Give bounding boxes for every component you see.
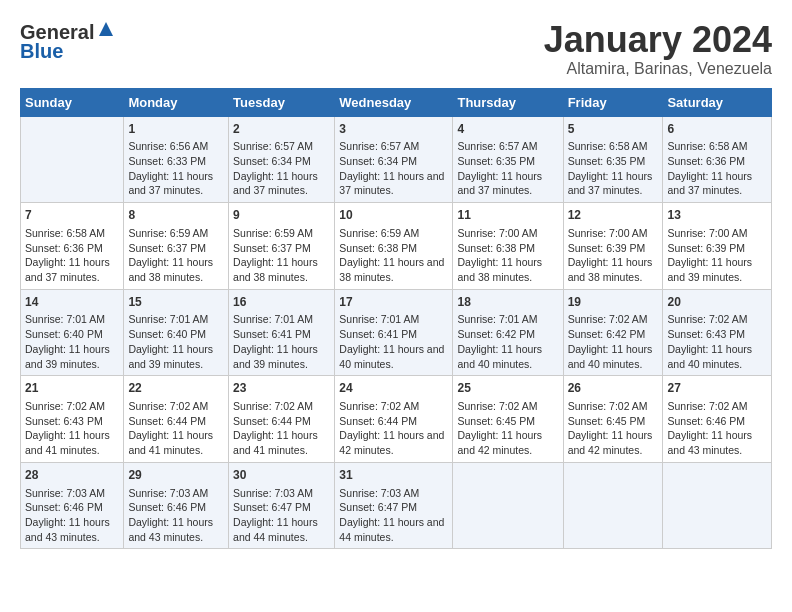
page: General Blue January 2024 Altamira, Bari… <box>0 0 792 612</box>
calendar-subtitle: Altamira, Barinas, Venezuela <box>544 60 772 78</box>
calendar-header-row: SundayMondayTuesdayWednesdayThursdayFrid… <box>21 88 772 116</box>
day-number: 27 <box>667 380 767 397</box>
day-number: 17 <box>339 294 448 311</box>
calendar-cell: 30Sunrise: 7:03 AMSunset: 6:47 PMDayligh… <box>229 462 335 549</box>
calendar-cell: 18Sunrise: 7:01 AMSunset: 6:42 PMDayligh… <box>453 289 563 376</box>
day-number: 8 <box>128 207 224 224</box>
day-number: 13 <box>667 207 767 224</box>
cell-content: Sunrise: 7:03 AMSunset: 6:46 PMDaylight:… <box>128 486 224 545</box>
cell-content: Sunrise: 7:03 AMSunset: 6:47 PMDaylight:… <box>339 486 448 545</box>
calendar-cell: 17Sunrise: 7:01 AMSunset: 6:41 PMDayligh… <box>335 289 453 376</box>
day-number: 20 <box>667 294 767 311</box>
calendar-cell: 5Sunrise: 6:58 AMSunset: 6:35 PMDaylight… <box>563 116 663 203</box>
cell-content: Sunrise: 7:00 AMSunset: 6:39 PMDaylight:… <box>568 226 659 285</box>
calendar-cell: 4Sunrise: 6:57 AMSunset: 6:35 PMDaylight… <box>453 116 563 203</box>
cell-content: Sunrise: 6:56 AMSunset: 6:33 PMDaylight:… <box>128 139 224 198</box>
calendar-cell: 21Sunrise: 7:02 AMSunset: 6:43 PMDayligh… <box>21 376 124 463</box>
cell-content: Sunrise: 7:01 AMSunset: 6:40 PMDaylight:… <box>128 312 224 371</box>
day-number: 21 <box>25 380 119 397</box>
day-number: 5 <box>568 121 659 138</box>
day-number: 16 <box>233 294 330 311</box>
cell-content: Sunrise: 7:02 AMSunset: 6:43 PMDaylight:… <box>667 312 767 371</box>
day-number: 26 <box>568 380 659 397</box>
calendar-cell: 12Sunrise: 7:00 AMSunset: 6:39 PMDayligh… <box>563 203 663 290</box>
day-number: 11 <box>457 207 558 224</box>
cell-content: Sunrise: 7:02 AMSunset: 6:42 PMDaylight:… <box>568 312 659 371</box>
calendar-cell: 1Sunrise: 6:56 AMSunset: 6:33 PMDaylight… <box>124 116 229 203</box>
title-block: January 2024 Altamira, Barinas, Venezuel… <box>544 20 772 78</box>
cell-content: Sunrise: 7:02 AMSunset: 6:44 PMDaylight:… <box>128 399 224 458</box>
header-wednesday: Wednesday <box>335 88 453 116</box>
day-number: 3 <box>339 121 448 138</box>
cell-content: Sunrise: 7:00 AMSunset: 6:38 PMDaylight:… <box>457 226 558 285</box>
day-number: 4 <box>457 121 558 138</box>
header-monday: Monday <box>124 88 229 116</box>
calendar-cell: 6Sunrise: 6:58 AMSunset: 6:36 PMDaylight… <box>663 116 772 203</box>
calendar-cell <box>563 462 663 549</box>
header-friday: Friday <box>563 88 663 116</box>
day-number: 12 <box>568 207 659 224</box>
calendar-cell: 15Sunrise: 7:01 AMSunset: 6:40 PMDayligh… <box>124 289 229 376</box>
cell-content: Sunrise: 7:02 AMSunset: 6:45 PMDaylight:… <box>457 399 558 458</box>
cell-content: Sunrise: 7:02 AMSunset: 6:44 PMDaylight:… <box>233 399 330 458</box>
week-row-4: 21Sunrise: 7:02 AMSunset: 6:43 PMDayligh… <box>21 376 772 463</box>
cell-content: Sunrise: 7:02 AMSunset: 6:44 PMDaylight:… <box>339 399 448 458</box>
day-number: 23 <box>233 380 330 397</box>
calendar-cell <box>453 462 563 549</box>
day-number: 14 <box>25 294 119 311</box>
calendar-cell: 7Sunrise: 6:58 AMSunset: 6:36 PMDaylight… <box>21 203 124 290</box>
cell-content: Sunrise: 7:03 AMSunset: 6:46 PMDaylight:… <box>25 486 119 545</box>
calendar-cell: 23Sunrise: 7:02 AMSunset: 6:44 PMDayligh… <box>229 376 335 463</box>
calendar-cell: 25Sunrise: 7:02 AMSunset: 6:45 PMDayligh… <box>453 376 563 463</box>
day-number: 31 <box>339 467 448 484</box>
calendar-cell: 28Sunrise: 7:03 AMSunset: 6:46 PMDayligh… <box>21 462 124 549</box>
logo: General Blue <box>20 20 115 63</box>
day-number: 22 <box>128 380 224 397</box>
day-number: 28 <box>25 467 119 484</box>
cell-content: Sunrise: 7:02 AMSunset: 6:45 PMDaylight:… <box>568 399 659 458</box>
header-thursday: Thursday <box>453 88 563 116</box>
day-number: 25 <box>457 380 558 397</box>
cell-content: Sunrise: 6:59 AMSunset: 6:37 PMDaylight:… <box>233 226 330 285</box>
calendar-cell: 19Sunrise: 7:02 AMSunset: 6:42 PMDayligh… <box>563 289 663 376</box>
cell-content: Sunrise: 6:58 AMSunset: 6:36 PMDaylight:… <box>667 139 767 198</box>
logo-blue: Blue <box>20 40 63 63</box>
day-number: 6 <box>667 121 767 138</box>
week-row-1: 1Sunrise: 6:56 AMSunset: 6:33 PMDaylight… <box>21 116 772 203</box>
header-saturday: Saturday <box>663 88 772 116</box>
calendar-cell: 2Sunrise: 6:57 AMSunset: 6:34 PMDaylight… <box>229 116 335 203</box>
cell-content: Sunrise: 6:57 AMSunset: 6:35 PMDaylight:… <box>457 139 558 198</box>
header-sunday: Sunday <box>21 88 124 116</box>
cell-content: Sunrise: 7:02 AMSunset: 6:46 PMDaylight:… <box>667 399 767 458</box>
logo-arrow-icon <box>97 20 115 42</box>
week-row-2: 7Sunrise: 6:58 AMSunset: 6:36 PMDaylight… <box>21 203 772 290</box>
cell-content: Sunrise: 6:58 AMSunset: 6:36 PMDaylight:… <box>25 226 119 285</box>
calendar-cell: 11Sunrise: 7:00 AMSunset: 6:38 PMDayligh… <box>453 203 563 290</box>
calendar-cell: 29Sunrise: 7:03 AMSunset: 6:46 PMDayligh… <box>124 462 229 549</box>
calendar-table: SundayMondayTuesdayWednesdayThursdayFrid… <box>20 88 772 550</box>
calendar-cell: 22Sunrise: 7:02 AMSunset: 6:44 PMDayligh… <box>124 376 229 463</box>
day-number: 24 <box>339 380 448 397</box>
day-number: 9 <box>233 207 330 224</box>
week-row-3: 14Sunrise: 7:01 AMSunset: 6:40 PMDayligh… <box>21 289 772 376</box>
cell-content: Sunrise: 7:02 AMSunset: 6:43 PMDaylight:… <box>25 399 119 458</box>
header-tuesday: Tuesday <box>229 88 335 116</box>
calendar-cell: 20Sunrise: 7:02 AMSunset: 6:43 PMDayligh… <box>663 289 772 376</box>
svg-marker-0 <box>99 22 113 36</box>
cell-content: Sunrise: 6:59 AMSunset: 6:38 PMDaylight:… <box>339 226 448 285</box>
cell-content: Sunrise: 6:57 AMSunset: 6:34 PMDaylight:… <box>233 139 330 198</box>
day-number: 2 <box>233 121 330 138</box>
day-number: 7 <box>25 207 119 224</box>
day-number: 10 <box>339 207 448 224</box>
cell-content: Sunrise: 6:58 AMSunset: 6:35 PMDaylight:… <box>568 139 659 198</box>
day-number: 29 <box>128 467 224 484</box>
day-number: 18 <box>457 294 558 311</box>
cell-content: Sunrise: 7:01 AMSunset: 6:41 PMDaylight:… <box>233 312 330 371</box>
cell-content: Sunrise: 7:01 AMSunset: 6:41 PMDaylight:… <box>339 312 448 371</box>
day-number: 30 <box>233 467 330 484</box>
calendar-cell: 8Sunrise: 6:59 AMSunset: 6:37 PMDaylight… <box>124 203 229 290</box>
calendar-cell: 3Sunrise: 6:57 AMSunset: 6:34 PMDaylight… <box>335 116 453 203</box>
calendar-cell: 13Sunrise: 7:00 AMSunset: 6:39 PMDayligh… <box>663 203 772 290</box>
week-row-5: 28Sunrise: 7:03 AMSunset: 6:46 PMDayligh… <box>21 462 772 549</box>
calendar-cell: 16Sunrise: 7:01 AMSunset: 6:41 PMDayligh… <box>229 289 335 376</box>
